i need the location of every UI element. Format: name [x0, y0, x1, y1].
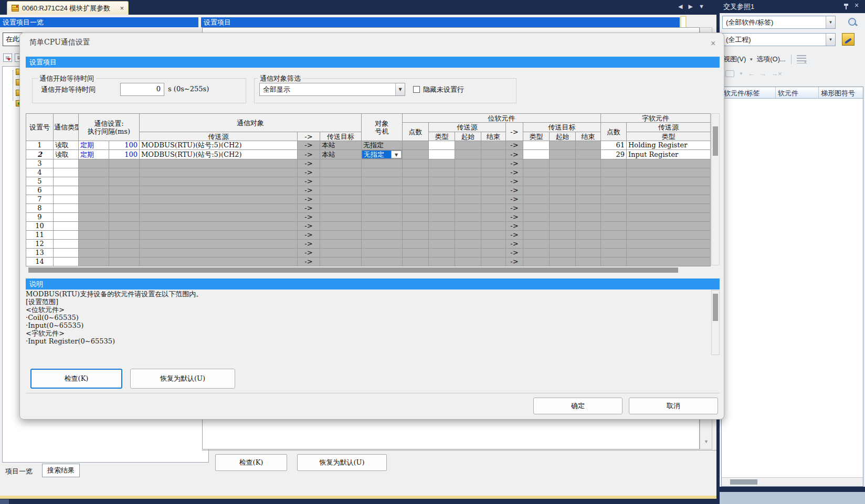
- cell-comm-setting[interactable]: [79, 258, 109, 266]
- cell-bit-arrow[interactable]: ->: [506, 240, 523, 249]
- tree-collapse-filter-icon[interactable]: ▤: [3, 53, 12, 62]
- table-horizontal-scrollbar[interactable]: [26, 266, 710, 274]
- cell-bit-src-type[interactable]: [429, 150, 455, 159]
- cell-target-no[interactable]: [362, 177, 403, 186]
- column-ladder-symbol[interactable]: 梯形图符号: [819, 87, 863, 98]
- combo-arrow-icon[interactable]: ▼: [826, 34, 835, 46]
- view-menu-dropdown-icon[interactable]: ▼: [749, 57, 753, 62]
- cell-word-type[interactable]: [627, 240, 711, 249]
- cell-transfer-dst[interactable]: [320, 213, 362, 222]
- scrollbar-down-icon[interactable]: ▼: [702, 437, 711, 446]
- header-comm-type[interactable]: 通信类型: [54, 114, 79, 141]
- cell-bit-arrow[interactable]: ->: [506, 186, 523, 195]
- cell-comm-type[interactable]: 读取: [54, 150, 79, 159]
- cell-transfer-src[interactable]: [140, 195, 298, 204]
- column-device-label[interactable]: 软元件/标签: [722, 87, 776, 98]
- cell-bit-src-start[interactable]: [455, 222, 481, 231]
- cell-setting-no[interactable]: 4: [26, 168, 54, 177]
- cell-bit-dst-start[interactable]: [550, 204, 576, 213]
- header-word-src[interactable]: 传送源: [627, 123, 711, 132]
- scroll-right-icon[interactable]: ▶: [688, 3, 692, 10]
- cell-comm-type[interactable]: [54, 168, 79, 177]
- header-bit-dst-start[interactable]: 起始: [550, 132, 576, 141]
- cell-setting-no[interactable]: 1: [26, 141, 54, 150]
- cell-setting-no[interactable]: 3: [26, 159, 54, 168]
- header-comm-src[interactable]: 传送源: [140, 132, 298, 141]
- cell-target-no[interactable]: [362, 249, 403, 258]
- cell-bit-arrow[interactable]: ->: [506, 168, 523, 177]
- cell-bit-dst-start[interactable]: [550, 141, 576, 150]
- cell-bit-points[interactable]: [403, 195, 429, 204]
- cell-bit-dst-type[interactable]: [523, 222, 550, 231]
- combo-arrow-icon[interactable]: ▼: [826, 16, 835, 28]
- ok-button[interactable]: 确定: [533, 398, 623, 414]
- cell-bit-dst-start[interactable]: [550, 186, 576, 195]
- cell-word-points[interactable]: [601, 240, 627, 249]
- header-word-device[interactable]: 字软元件: [601, 114, 711, 123]
- cell-bit-dst-type[interactable]: [523, 159, 550, 168]
- cell-transfer-dst[interactable]: [320, 195, 362, 204]
- cell-transfer-dst[interactable]: 本站: [320, 150, 362, 159]
- cell-bit-arrow[interactable]: ->: [506, 159, 523, 168]
- cell-arrow[interactable]: ->: [298, 204, 320, 213]
- cell-bit-src-start[interactable]: [455, 168, 481, 177]
- cell-transfer-dst[interactable]: [320, 222, 362, 231]
- cell-bit-points[interactable]: [403, 222, 429, 231]
- header-comm-target[interactable]: 通信对象: [140, 114, 362, 132]
- cell-transfer-dst[interactable]: [320, 231, 362, 240]
- cell-target-no[interactable]: [362, 186, 403, 195]
- cell-comm-type[interactable]: [54, 159, 79, 168]
- cell-word-points[interactable]: [601, 177, 627, 186]
- scrollbar-thumb[interactable]: [730, 479, 757, 485]
- cell-bit-src-start[interactable]: [455, 231, 481, 240]
- cell-bit-src-start[interactable]: [455, 186, 481, 195]
- header-comm-setting[interactable]: 通信设置: 执行间隔(ms): [79, 114, 140, 141]
- cell-word-type[interactable]: [627, 258, 711, 266]
- options-menu[interactable]: 选项(O)...: [756, 55, 786, 64]
- header-setting-no[interactable]: 设置号: [26, 114, 54, 141]
- cell-bit-dst-start[interactable]: [550, 249, 576, 258]
- cell-exec-interval[interactable]: [109, 249, 140, 258]
- result-list-horizontal-scrollbar[interactable]: [722, 477, 863, 486]
- combo-arrow-icon[interactable]: ▼: [395, 83, 405, 95]
- display-filter-combo[interactable]: 全部显示 ▼: [259, 83, 405, 96]
- cell-setting-no[interactable]: 7: [26, 195, 54, 204]
- cell-bit-dst-end[interactable]: [576, 231, 601, 240]
- filter-off-icon[interactable]: [797, 55, 806, 63]
- cell-bit-src-type[interactable]: [429, 249, 455, 258]
- jump-cancel-icon[interactable]: →×: [771, 70, 782, 78]
- cell-bit-dst-end[interactable]: [576, 168, 601, 177]
- cell-transfer-dst[interactable]: 本站: [320, 141, 362, 150]
- cell-bit-dst-type[interactable]: [523, 150, 550, 159]
- cell-exec-interval[interactable]: [109, 258, 140, 266]
- combo-arrow-icon[interactable]: ▼: [391, 151, 402, 158]
- cell-bit-dst-end[interactable]: [576, 213, 601, 222]
- cell-bit-arrow[interactable]: ->: [506, 141, 523, 150]
- cell-word-type[interactable]: Input Register: [627, 150, 711, 159]
- cell-target-no[interactable]: [362, 213, 403, 222]
- cell-word-points[interactable]: [601, 249, 627, 258]
- cell-bit-src-start[interactable]: [455, 195, 481, 204]
- cell-bit-dst-end[interactable]: [576, 258, 601, 266]
- cell-comm-setting[interactable]: [79, 240, 109, 249]
- cell-word-type[interactable]: [627, 204, 711, 213]
- cell-bit-points[interactable]: [403, 213, 429, 222]
- header-bit-dst[interactable]: 传送目标: [523, 123, 601, 132]
- cell-word-type[interactable]: [627, 177, 711, 186]
- cell-bit-src-end[interactable]: [481, 204, 506, 213]
- cell-word-type[interactable]: [627, 195, 711, 204]
- cell-bit-dst-type[interactable]: [523, 204, 550, 213]
- display-target-icon[interactable]: [725, 70, 734, 77]
- cell-comm-setting[interactable]: [79, 186, 109, 195]
- tab-search-result[interactable]: 搜索结果: [42, 464, 80, 477]
- cell-transfer-dst[interactable]: [320, 177, 362, 186]
- cell-bit-src-type[interactable]: [429, 240, 455, 249]
- cell-setting-no[interactable]: 9: [26, 213, 54, 222]
- cell-bit-dst-start[interactable]: [550, 168, 576, 177]
- cell-bit-dst-end[interactable]: [576, 150, 601, 159]
- cell-target-no[interactable]: [362, 204, 403, 213]
- cell-bit-src-end[interactable]: [481, 168, 506, 177]
- cell-setting-no[interactable]: 13: [26, 249, 54, 258]
- window-check-button[interactable]: 检查(K): [215, 454, 287, 471]
- document-tab[interactable]: 0060:RJ71C24 模块扩展参数 ×: [7, 1, 129, 15]
